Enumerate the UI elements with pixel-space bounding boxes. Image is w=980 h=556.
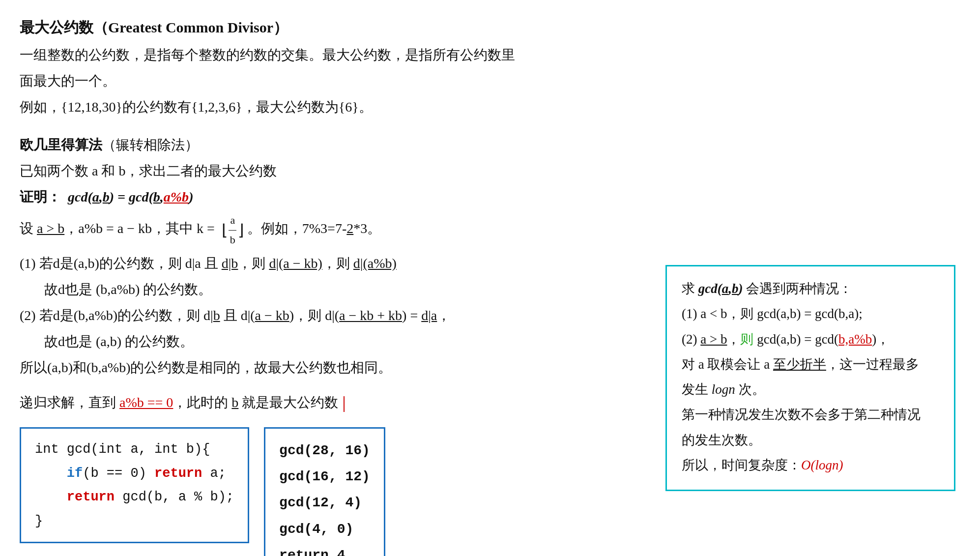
euclid-title-normal: （辗转相除法）	[102, 137, 199, 152]
info-box: 求 gcd(a,b) 会遇到两种情况： (1) a < b，则 gcd(a,b)…	[665, 265, 955, 491]
euclid-title-bold: 欧几里得算法	[20, 137, 102, 152]
code-line3: return gcd(b, a % b);	[35, 485, 234, 509]
floor-bracket: ⌊ a b ⌋	[222, 211, 244, 249]
fraction: a b	[229, 211, 237, 249]
infobox-case6: 的发生次数。	[682, 429, 939, 452]
trace-box: gcd(28, 16) gcd(16, 12) gcd(12, 4) gcd(4…	[264, 427, 385, 556]
trace-line3: gcd(12, 4)	[279, 490, 370, 516]
euclid-line1: 已知两个数 a 和 b，求出二者的最大公约数	[20, 159, 960, 183]
proof-label: 证明：	[20, 189, 61, 205]
infobox-case5: 第一种情况发生次数不会多于第二种情况	[682, 403, 939, 426]
gcd-title-bold: 最大公约数（Greatest Common Divisor）	[20, 19, 288, 35]
text-cursor	[344, 396, 345, 412]
trace-line4: gcd(4, 0)	[279, 516, 370, 542]
gcd-desc1: 一组整数的公约数，是指每个整数的约数的交集。最大公约数，是指所有公约数里	[20, 43, 960, 67]
line2-post: 。例如，7%3=7-2*3。	[247, 221, 381, 236]
gcd-desc2: 面最大的一个。	[20, 69, 960, 93]
code-box: int gcd(int a, int b){ if(b == 0) return…	[20, 427, 249, 543]
frac-bot: b	[229, 231, 237, 250]
infobox-case2: (2) a > b，则 gcd(a,b) = gcd(b,a%b)，	[682, 328, 939, 351]
code-line1: int gcd(int a, int b){	[35, 438, 234, 462]
euclid-title: 欧几里得算法（辗转相除法）	[20, 133, 960, 157]
euclid-proof: 证明： gcd(a,b) = gcd(b,a%b)	[20, 185, 960, 209]
proof-formula: gcd(a,b) = gcd(b,a%b)	[64, 189, 193, 205]
main-page: 最大公约数（Greatest Common Divisor） 一组整数的公约数，…	[0, 0, 980, 556]
section-gcd-title: 最大公约数（Greatest Common Divisor）	[20, 15, 960, 40]
gcd-example: 例如，{12,18,30}的公约数有{1,2,3,6}，最大公约数为{6}。	[20, 95, 960, 119]
euclid-line2: 设 a > b，a%b = a − kb，其中 k = ⌊ a b ⌋ 。例如，…	[20, 211, 960, 249]
line2-pre: 设 a > b，a%b = a − kb，其中 k =	[20, 221, 218, 236]
code-trace-container: int gcd(int a, int b){ if(b == 0) return…	[20, 422, 665, 556]
trace-line2: gcd(16, 12)	[279, 464, 370, 490]
frac-top: a	[229, 211, 236, 231]
infobox-case1: (1) a < b，则 gcd(a,b) = gcd(b,a);	[682, 302, 939, 325]
infobox-case3: 对 a 取模会让 a 至少折半，这一过程最多	[682, 353, 939, 376]
code-line2: if(b == 0) return a;	[35, 462, 234, 486]
infobox-case4: 发生 logn 次。	[682, 378, 939, 401]
trace-line1: gcd(28, 16)	[279, 438, 370, 464]
infobox-complexity: 所以，时间复杂度：O(logn)	[682, 454, 939, 477]
code-line4: }	[35, 509, 234, 533]
trace-line5: return 4	[279, 542, 370, 556]
infobox-intro: 求 gcd(a,b) 会遇到两种情况：	[682, 277, 939, 300]
